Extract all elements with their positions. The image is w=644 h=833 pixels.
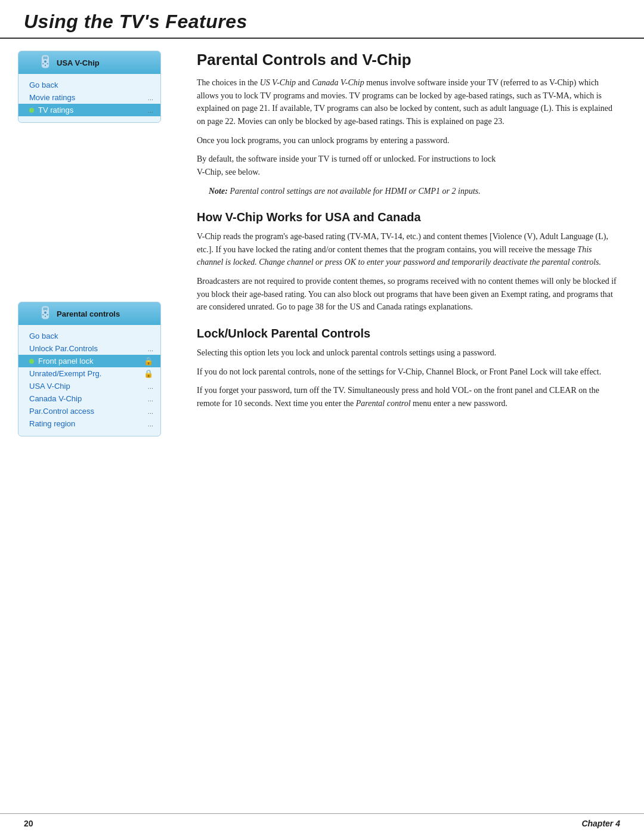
- menu2-item-4[interactable]: USA V-Chip ...: [18, 380, 160, 392]
- menu2-item-1[interactable]: Unlock Par.Controls ...: [18, 342, 160, 355]
- svg-point-9: [44, 311, 47, 314]
- footer-page-number: 20: [24, 819, 33, 828]
- usa-vchip-menu-body: Go back Movie ratings ... TV ratings ...: [18, 74, 160, 122]
- parental-controls-menu-title: Parental controls: [57, 309, 120, 318]
- svg-point-4: [47, 63, 48, 64]
- main-heading: Parental Controls and V-Chip: [197, 51, 620, 69]
- parental-controls-menu-header: Parental controls: [18, 302, 160, 325]
- menu1-item-0[interactable]: Go back: [18, 79, 160, 91]
- menu2-item-3[interactable]: Unrated/Exempt Prg. 🔒: [18, 367, 160, 380]
- svg-rect-1: [43, 57, 47, 60]
- menu2-item-4-label: USA V-Chip: [29, 382, 70, 391]
- menu1-item-0-label: Go back: [29, 80, 58, 89]
- sub2-paragraph-1: Selecting this option lets you lock and …: [197, 346, 620, 360]
- svg-point-13: [45, 310, 45, 311]
- menu2-item-7-label: Rating region: [29, 419, 75, 428]
- menu1-item-2-dots: ...: [148, 107, 153, 114]
- lock-icon-frontpanel: 🔒: [144, 357, 153, 366]
- svg-point-12: [45, 316, 46, 317]
- usa-vchip-menu-title: USA V-Chip: [57, 58, 100, 67]
- menu1-item-2[interactable]: TV ratings ...: [18, 104, 160, 116]
- intro-paragraph-3: By default, the software inside your TV …: [197, 153, 620, 178]
- sub1-heading: How V-Chip Works for USA and Canada: [197, 210, 620, 224]
- svg-point-5: [45, 65, 46, 66]
- main-content: USA V-Chip Go back Movie ratings ...: [0, 39, 644, 460]
- svg-point-3: [42, 63, 44, 64]
- menu2-item-2-label: Front panel lock: [38, 357, 94, 366]
- menu2-item-2[interactable]: Front panel lock 🔒: [18, 355, 160, 367]
- page-header: Using the TV's Features: [0, 0, 644, 39]
- menu2-item-6-dots: ...: [148, 408, 153, 415]
- page-footer: 20 Chapter 4: [0, 813, 644, 833]
- menu2-item-5-dots: ...: [148, 395, 153, 402]
- svg-point-10: [42, 314, 44, 315]
- menu1-item-1-dots: ...: [148, 94, 153, 101]
- remote-icon-2: [39, 306, 52, 321]
- menu2-item-1-dots: ...: [148, 345, 153, 352]
- menu2-item-0-label: Go back: [29, 332, 58, 340]
- svg-point-11: [47, 314, 48, 315]
- parental-controls-menu: Parental controls Go back Unlock Par.Con…: [18, 302, 161, 436]
- menu1-item-1-label: Movie ratings: [29, 93, 75, 102]
- menu1-item-1[interactable]: Movie ratings ...: [18, 91, 160, 104]
- sub2-heading: Lock/Unlock Parental Controls: [197, 327, 620, 340]
- page-title: Using the TV's Features: [24, 11, 620, 33]
- menu2-item-3-label: Unrated/Exempt Prg.: [29, 369, 101, 378]
- right-column: Parental Controls and V-Chip The choices…: [191, 51, 620, 448]
- menu2-item-7-dots: ...: [148, 420, 153, 428]
- note-content: Parental control settings are not availa…: [230, 187, 480, 196]
- menu2-item-6[interactable]: Par.Control access ...: [18, 405, 160, 417]
- sub2-paragraph-2: If you do not lock parental controls, no…: [197, 366, 620, 379]
- menu2-item-5[interactable]: Canada V-Chip ...: [18, 392, 160, 405]
- menu1-item-2-label: TV ratings: [38, 106, 73, 114]
- menu2-item-4-dots: ...: [148, 383, 153, 390]
- note-label: Note:: [209, 187, 228, 196]
- menu2-item-5-label: Canada V-Chip: [29, 394, 82, 403]
- svg-point-2: [44, 60, 47, 63]
- usa-vchip-menu: USA V-Chip Go back Movie ratings ...: [18, 51, 161, 123]
- note-text: Note: Parental control settings are not …: [209, 185, 620, 197]
- left-column: USA V-Chip Go back Movie ratings ...: [18, 51, 173, 448]
- usa-vchip-menu-header: USA V-Chip: [18, 51, 160, 74]
- menu1-active-indicator: [29, 108, 34, 113]
- menu2-item-1-label: Unlock Par.Controls: [29, 344, 98, 353]
- menu2-item-0[interactable]: Go back: [18, 330, 160, 342]
- menu2-item-6-label: Par.Control access: [29, 407, 94, 416]
- lock-icon-unrated: 🔒: [144, 369, 153, 378]
- svg-rect-8: [43, 308, 47, 311]
- footer-chapter-label: Chapter 4: [581, 819, 620, 828]
- intro-paragraph-1: The choices in the US V-Chip and Canada …: [197, 76, 620, 128]
- menu-spacer: [18, 135, 173, 302]
- menu2-active-indicator: [29, 359, 34, 364]
- svg-point-6: [45, 59, 45, 60]
- sub2-paragraph-3: If you forget your password, turn off th…: [197, 384, 620, 410]
- parental-controls-menu-body: Go back Unlock Par.Controls ... Front pa…: [18, 325, 160, 436]
- intro-paragraph-2: Once you lock programs, you can unlock p…: [197, 134, 620, 147]
- menu2-item-7[interactable]: Rating region ...: [18, 417, 160, 430]
- remote-icon: [39, 55, 52, 70]
- sub1-paragraph-2: Broadcasters are not required to provide…: [197, 275, 620, 314]
- note-block: Note: Parental control settings are not …: [197, 185, 620, 197]
- sub1-paragraph-1: V-Chip reads the program's age-based rat…: [197, 230, 620, 269]
